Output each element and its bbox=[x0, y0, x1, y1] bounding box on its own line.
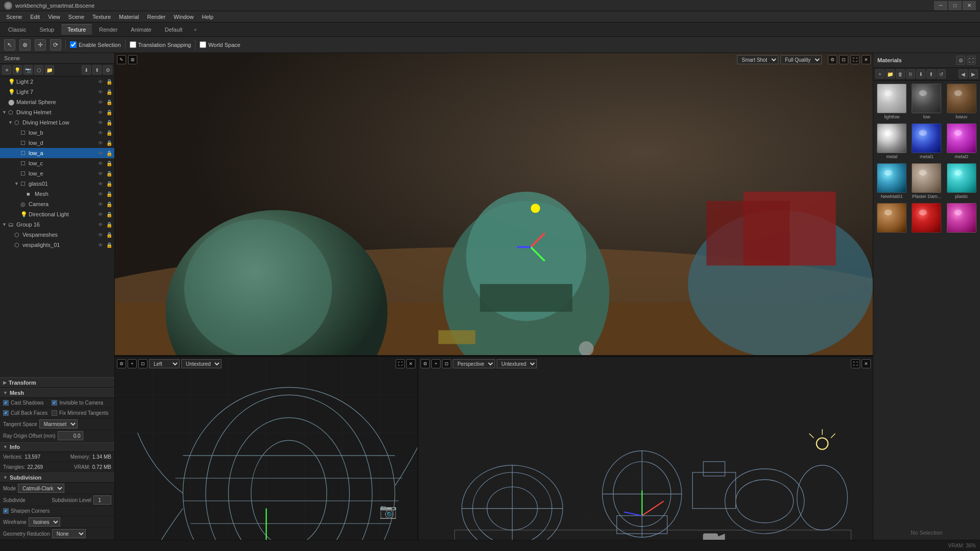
mat-next-btn[interactable]: ▶ bbox=[969, 69, 978, 79]
material-item-mat6[interactable] bbox=[945, 202, 978, 235]
left-vp-close-btn[interactable]: ✕ bbox=[406, 359, 415, 368]
left-camera-dropdown[interactable]: Left Right Front Top bbox=[149, 359, 180, 368]
tree-item-low_d[interactable]: ☐low_d👁🔒 bbox=[0, 138, 114, 148]
tree-lock-camera[interactable]: 🔒 bbox=[106, 202, 114, 207]
tree-lock-diving_helmet[interactable]: 🔒 bbox=[106, 110, 114, 115]
tree-item-glass01[interactable]: ▼☐glass01👁🔒 bbox=[0, 179, 114, 189]
menu-item-texture[interactable]: Texture bbox=[88, 13, 115, 21]
tree-lock-low_c[interactable]: 🔒 bbox=[106, 161, 114, 166]
translation-snapping-check[interactable]: Translation Snapping bbox=[130, 41, 191, 48]
top-fullscreen-btn[interactable]: ⛶ bbox=[850, 55, 860, 64]
scene-settings-btn[interactable]: ⚙ bbox=[103, 65, 112, 74]
top-close-btn[interactable]: ✕ bbox=[862, 55, 871, 64]
select-tool-button[interactable]: ↖ bbox=[4, 39, 15, 51]
fix-mirrored-checkbox[interactable] bbox=[52, 410, 57, 416]
maximize-button[interactable]: □ bbox=[948, 1, 962, 10]
menu-item-render[interactable]: Render bbox=[143, 13, 169, 21]
left-viewport[interactable]: ⚙ + ⊡ Left Right Front Top Untextured Te… bbox=[115, 357, 419, 540]
invisible-camera-check[interactable]: ✓ Invisible to Camera bbox=[52, 400, 105, 406]
top-camera-dropdown[interactable]: Smart Shot Camera bbox=[737, 55, 778, 64]
material-item-plaster_dam[interactable]: Plaster Dam... bbox=[910, 162, 943, 200]
geometry-reduction-select[interactable]: None Low Medium bbox=[52, 529, 86, 538]
tab-plus-button[interactable]: + bbox=[190, 24, 201, 35]
top-quality-dropdown[interactable]: Full Quality Preview bbox=[780, 55, 822, 64]
menu-item-material[interactable]: Material bbox=[115, 13, 143, 21]
top-settings-btn[interactable]: ⚙ bbox=[828, 55, 837, 64]
mat-prev-btn[interactable]: ◀ bbox=[959, 69, 968, 79]
material-item-metal1[interactable]: metal1 bbox=[910, 122, 943, 160]
tree-lock-low_a[interactable]: 🔒 bbox=[106, 151, 114, 156]
tab-default[interactable]: Default bbox=[159, 24, 189, 35]
tree-lock-material_sphere[interactable]: 🔒 bbox=[106, 99, 114, 105]
right-camera-dropdown[interactable]: Perspective Left Front Top bbox=[453, 359, 495, 368]
tree-eye-low_c[interactable]: 👁 bbox=[98, 161, 106, 166]
tree-item-diving_helmet_low[interactable]: ▼⬡Diving Helmet Low👁🔒 bbox=[0, 117, 114, 128]
tree-item-low_e[interactable]: ☐low_e👁🔒 bbox=[0, 168, 114, 179]
tree-eye-group16[interactable]: 👁 bbox=[98, 222, 106, 228]
material-item-lowuv[interactable]: lowuv bbox=[945, 83, 978, 120]
top-viewport-split-btn[interactable]: ⊞ bbox=[128, 55, 137, 64]
mode-select[interactable]: Catmull-Clark Loop bbox=[18, 484, 64, 493]
mat-copy-btn[interactable]: ⎘ bbox=[906, 69, 915, 79]
mat-folder-btn[interactable]: 📁 bbox=[886, 69, 895, 79]
tree-eye-low_e[interactable]: 👁 bbox=[98, 171, 106, 177]
left-vp-expand-btn[interactable]: ⛶ bbox=[396, 359, 405, 368]
top-viewport[interactable]: ✎ ⊞ Smart Shot Camera Full Quality Previ… bbox=[115, 53, 873, 356]
tree-eye-material_sphere[interactable]: 👁 bbox=[98, 99, 106, 105]
tree-item-diving_helmet[interactable]: ▼⬡Diving Helmet👁🔒 bbox=[0, 107, 114, 117]
cast-shadows-checkbox[interactable]: ✓ bbox=[3, 400, 9, 406]
tree-lock-light7[interactable]: 🔒 bbox=[106, 89, 114, 95]
tree-eye-diving_helmet[interactable]: 👁 bbox=[98, 110, 106, 115]
tab-render[interactable]: Render bbox=[93, 24, 124, 35]
tree-item-low_c[interactable]: ☐low_c👁🔒 bbox=[0, 158, 114, 168]
enable-selection-check[interactable]: Enable Selection bbox=[70, 41, 121, 48]
top-viewport-edit-btn[interactable]: ✎ bbox=[117, 55, 126, 64]
tree-lock-low_d[interactable]: 🔒 bbox=[106, 140, 114, 146]
subdivision-section-header[interactable]: ▼ Subdivision bbox=[0, 472, 114, 483]
tree-item-material_sphere[interactable]: ⬤Material Sphere👁🔒 bbox=[0, 97, 114, 107]
mat-settings-btn[interactable]: ⚙ bbox=[956, 56, 965, 65]
rotate-tool-button[interactable]: ⟳ bbox=[50, 39, 61, 51]
wireframe-select[interactable]: Isoines None bbox=[29, 517, 60, 527]
mat-expand-btn[interactable]: ⛶ bbox=[967, 56, 976, 65]
tab-texture[interactable]: Texture bbox=[61, 24, 92, 35]
left-vp-settings-btn[interactable]: ⚙ bbox=[117, 359, 126, 368]
cast-shadows-check[interactable]: ✓ Cast Shadows bbox=[3, 400, 45, 406]
scene-sun-btn[interactable]: ☀ bbox=[2, 65, 11, 74]
tree-eye-glass01[interactable]: 👁 bbox=[98, 181, 106, 187]
tree-eye-mesh[interactable]: 👁 bbox=[98, 191, 106, 197]
scene-mesh-btn[interactable]: ⬡ bbox=[34, 65, 43, 74]
material-item-newmat01[interactable]: NewMat01 bbox=[875, 162, 908, 200]
left-vp-link-btn[interactable]: ⊡ bbox=[138, 359, 148, 368]
invisible-camera-checkbox[interactable]: ✓ bbox=[52, 400, 57, 406]
top-expand-btn[interactable]: ⊡ bbox=[839, 55, 848, 64]
tree-item-light7[interactable]: 💡Light 7👁🔒 bbox=[0, 87, 114, 97]
cull-back-faces-checkbox[interactable]: ✓ bbox=[3, 410, 9, 416]
tree-lock-vespalights01[interactable]: 🔒 bbox=[106, 242, 114, 248]
mat-import-btn[interactable]: ⬇ bbox=[916, 69, 925, 79]
right-vp-settings-btn[interactable]: ⚙ bbox=[421, 359, 430, 368]
tab-classic[interactable]: Classic bbox=[2, 24, 32, 35]
tab-setup[interactable]: Setup bbox=[33, 24, 60, 35]
mat-delete-btn[interactable]: 🗑 bbox=[896, 69, 905, 79]
sharpen-corners-checkbox[interactable]: ✓ bbox=[3, 508, 9, 514]
orbit-tool-button[interactable]: ⊕ bbox=[19, 39, 31, 51]
scene-group-btn[interactable]: 📁 bbox=[45, 65, 54, 74]
scene-import-btn[interactable]: ⬇ bbox=[82, 65, 91, 74]
tree-item-light2[interactable]: 💡Light 2👁🔒 bbox=[0, 77, 114, 87]
tree-item-vespalights01[interactable]: ⬡vespalights_01👁🔒 bbox=[0, 240, 114, 250]
tree-lock-mesh[interactable]: 🔒 bbox=[106, 191, 114, 197]
move-tool-button[interactable]: ✛ bbox=[35, 39, 46, 51]
tree-lock-light2[interactable]: 🔒 bbox=[106, 79, 114, 85]
tree-eye-light2[interactable]: 👁 bbox=[98, 79, 106, 85]
menu-item-scene[interactable]: Scene bbox=[64, 13, 88, 21]
left-mode-dropdown[interactable]: Untextured Textured Wireframe bbox=[181, 359, 222, 368]
sub-level-input[interactable] bbox=[93, 495, 111, 505]
menu-item-scene[interactable]: Scene bbox=[2, 13, 26, 21]
menu-item-window[interactable]: Window bbox=[169, 13, 198, 21]
right-mode-dropdown[interactable]: Untextured Textured bbox=[497, 359, 537, 368]
scene-export-btn[interactable]: ⬆ bbox=[92, 65, 102, 74]
tree-lock-group16[interactable]: 🔒 bbox=[106, 222, 114, 228]
tree-eye-light7[interactable]: 👁 bbox=[98, 89, 106, 95]
fix-mirrored-check[interactable]: Fix Mirrored Tangents bbox=[52, 410, 105, 416]
